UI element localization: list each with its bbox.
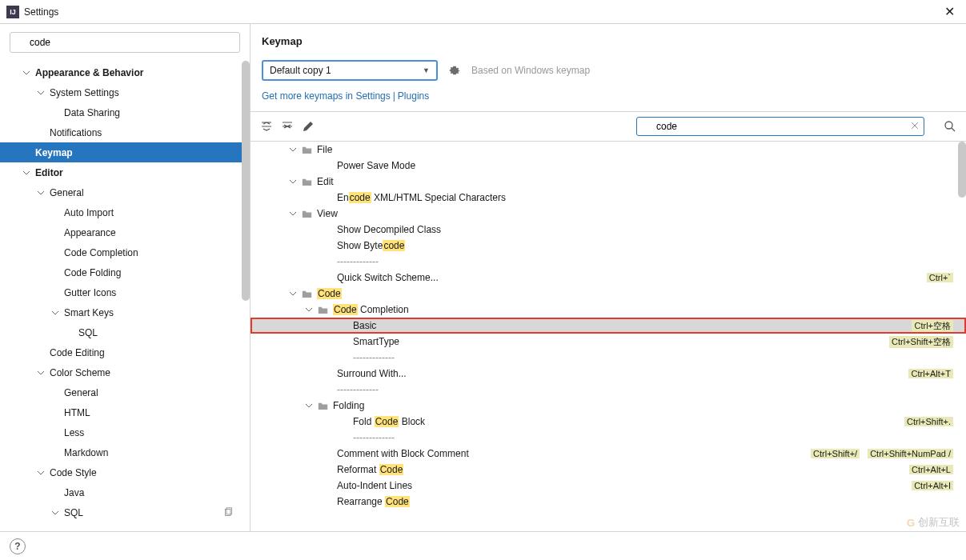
sidebar-item-markdown[interactable]: Markdown	[0, 442, 250, 462]
sidebar-search-input[interactable]	[10, 32, 240, 53]
sidebar-item-label: Notifications	[50, 127, 102, 138]
expand-all-icon[interactable]	[260, 120, 273, 133]
sidebar-item-general[interactable]: General	[0, 382, 250, 402]
keymap-action-label: Show Bytecode	[337, 240, 405, 251]
keymap-row[interactable]: Quick Switch Scheme...Ctrl+`	[251, 270, 966, 286]
chevron-down-icon	[305, 306, 313, 314]
sidebar-item-code-editing[interactable]: Code Editing	[0, 342, 250, 362]
sidebar-item-system-settings[interactable]: System Settings	[0, 82, 250, 102]
find-shortcut-icon[interactable]	[944, 120, 956, 133]
sidebar-item-label: SQL	[64, 507, 83, 518]
sidebar-item-color-scheme[interactable]: Color Scheme	[0, 362, 250, 382]
keymap-folder-label: Code Completion	[333, 304, 409, 315]
keymap-row[interactable]: Code Completion	[251, 302, 966, 318]
keymap-tree[interactable]: FilePower Save ModeEditEncode XML/HTML S…	[251, 142, 966, 531]
keymap-action-label: Encode XML/HTML Special Characters	[337, 192, 506, 203]
window-title: Settings	[24, 6, 58, 18]
svg-point-6	[945, 122, 952, 129]
sidebar-item-data-sharing[interactable]: Data Sharing	[0, 102, 250, 122]
keymap-row[interactable]: -------------	[251, 430, 966, 446]
keymap-search-input[interactable]	[636, 117, 924, 136]
settings-sidebar: Appearance & BehaviorSystem SettingsData…	[0, 24, 251, 531]
collapse-all-icon[interactable]	[281, 120, 294, 133]
get-keymaps-settings-link[interactable]: Get more keymaps in Settings	[262, 90, 391, 102]
keymap-row[interactable]: BasicCtrl+空格	[251, 318, 966, 334]
keymap-row[interactable]: View	[251, 206, 966, 222]
sidebar-item-notifications[interactable]: Notifications	[0, 122, 250, 142]
keymap-row[interactable]: Encode XML/HTML Special Characters	[251, 190, 966, 206]
close-icon[interactable]: ✕	[940, 4, 960, 19]
watermark: G创新互联	[907, 515, 960, 530]
keymap-row[interactable]: -------------	[251, 350, 966, 366]
keymap-row[interactable]: Surround With...Ctrl+Alt+T	[251, 366, 966, 382]
sidebar-item-label: Less	[64, 427, 84, 438]
sidebar-item-editor[interactable]: Editor	[0, 162, 250, 182]
sidebar-item-label: General	[64, 387, 98, 398]
keymap-row[interactable]: -------------	[251, 382, 966, 398]
sidebar-item-appearance[interactable]: Appearance	[0, 222, 250, 242]
shortcut-group: Ctrl+Alt+I	[912, 481, 953, 490]
sidebar-item-code-completion[interactable]: Code Completion	[0, 242, 250, 262]
shortcut-badge: Ctrl+空格	[912, 320, 953, 332]
sidebar-item-label: SQL	[78, 327, 98, 338]
edit-icon[interactable]	[302, 120, 315, 133]
shortcut-group: Ctrl+`	[927, 273, 953, 282]
keymap-row[interactable]: Fold Code BlockCtrl+Shift+.	[251, 414, 966, 430]
sidebar-item-label: System Settings	[50, 87, 119, 98]
separator: -------------	[337, 384, 379, 395]
settings-tree[interactable]: Appearance & BehaviorSystem SettingsData…	[0, 61, 250, 531]
sidebar-item-label: Auto Import	[64, 207, 114, 218]
folder-icon	[302, 177, 312, 186]
shortcut-badge: Ctrl+Alt+I	[912, 481, 953, 490]
sidebar-item-label: Code Style	[50, 467, 97, 478]
help-icon[interactable]: ?	[10, 538, 26, 554]
gear-icon[interactable]	[449, 65, 460, 76]
sidebar-item-general[interactable]: General	[0, 182, 250, 202]
sidebar-item-gutter-icons[interactable]: Gutter Icons	[0, 282, 250, 302]
sidebar-item-keymap[interactable]: Keymap	[0, 142, 250, 162]
sidebar-scrollbar[interactable]	[242, 61, 250, 531]
sidebar-item-appearance-behavior[interactable]: Appearance & Behavior	[0, 62, 250, 82]
keymap-row[interactable]: File	[251, 142, 966, 158]
sidebar-item-sql[interactable]: SQL	[0, 502, 250, 522]
titlebar: IJ Settings ✕	[0, 0, 966, 24]
keymap-action-label: Reformat Code	[337, 464, 403, 475]
shortcut-badge: Ctrl+Shift+NumPad /	[868, 449, 953, 458]
sidebar-item-html[interactable]: HTML	[0, 402, 250, 422]
keymap-row[interactable]: Rearrange Code	[251, 494, 966, 510]
chevron-down-icon	[37, 89, 45, 97]
keymap-select[interactable]: Default copy 1 ▼	[262, 60, 438, 81]
chevron-down-icon	[22, 169, 30, 177]
sidebar-item-auto-import[interactable]: Auto Import	[0, 202, 250, 222]
sidebar-item-smart-keys[interactable]: Smart Keys	[0, 302, 250, 322]
keymap-row[interactable]: Show Bytecode	[251, 238, 966, 254]
sidebar-item-label: Markdown	[64, 447, 108, 458]
get-keymaps-plugins-link[interactable]: Plugins	[398, 90, 429, 102]
svg-line-7	[952, 128, 955, 131]
keymap-row[interactable]: Show Decompiled Class	[251, 222, 966, 238]
chevron-down-icon	[37, 189, 45, 197]
copy-icon	[223, 507, 234, 518]
chevron-down-icon	[37, 369, 45, 377]
keymap-row[interactable]: Folding	[251, 398, 966, 414]
sidebar-item-label: Code Folding	[64, 267, 121, 278]
clear-icon[interactable]	[910, 121, 920, 130]
sidebar-item-sql[interactable]: SQL	[0, 322, 250, 342]
sidebar-item-label: Smart Keys	[64, 307, 114, 318]
keymap-row[interactable]: Comment with Block CommentCtrl+Shift+/Ct…	[251, 446, 966, 462]
keymap-row[interactable]: SmartTypeCtrl+Shift+空格	[251, 334, 966, 350]
keymap-row[interactable]: Power Save Mode	[251, 158, 966, 174]
sidebar-item-less[interactable]: Less	[0, 422, 250, 442]
keymap-row[interactable]: -------------	[251, 254, 966, 270]
keymap-row[interactable]: Auto-Indent LinesCtrl+Alt+I	[251, 478, 966, 494]
keymap-row[interactable]: Edit	[251, 174, 966, 190]
sidebar-item-java[interactable]: Java	[0, 482, 250, 502]
sidebar-item-code-style[interactable]: Code Style	[0, 462, 250, 482]
keymap-row[interactable]: Reformat CodeCtrl+Alt+L	[251, 462, 966, 478]
keymap-action-label: Auto-Indent Lines	[337, 480, 412, 491]
settings-content: Keymap Default copy 1 ▼ Based on Windows…	[251, 24, 966, 531]
sidebar-item-code-folding[interactable]: Code Folding	[0, 262, 250, 282]
shortcut-group: Ctrl+Alt+T	[908, 369, 953, 378]
keymap-action-label: SmartType	[353, 336, 399, 347]
keymap-row[interactable]: Code	[251, 286, 966, 302]
